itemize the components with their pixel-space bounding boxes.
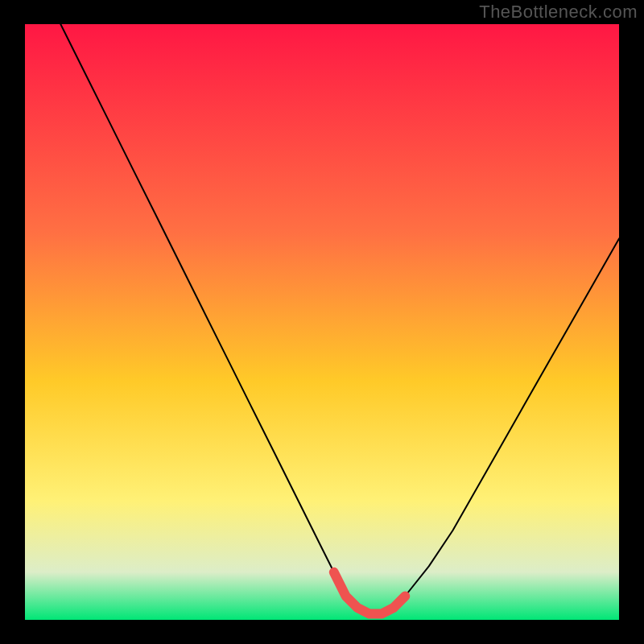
chart-frame: TheBottleneck.com xyxy=(0,0,644,644)
chart-svg xyxy=(0,0,644,644)
watermark-text: TheBottleneck.com xyxy=(479,2,638,23)
gradient-background xyxy=(25,24,619,620)
